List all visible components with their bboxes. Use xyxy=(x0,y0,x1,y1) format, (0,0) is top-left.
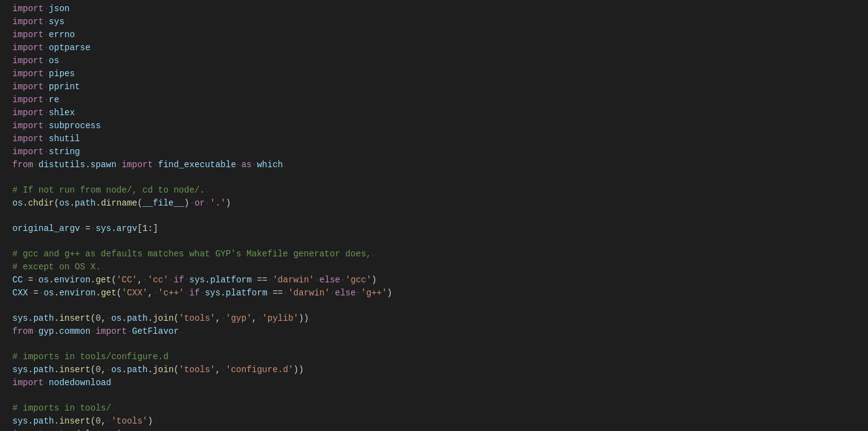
func-token: insert xyxy=(59,364,90,376)
code-line: import·optparse↵ xyxy=(0,41,868,54)
sp-token: · xyxy=(43,377,48,389)
string-token: 'configure.d' xyxy=(226,364,293,376)
plain-token: ( xyxy=(90,415,95,427)
line-ending: ↵ xyxy=(80,133,84,146)
code-line: sys.path.insert(0,·os.path.join('tools',… xyxy=(0,364,868,377)
kw-import-token: import xyxy=(12,377,43,389)
module-token: path xyxy=(127,312,148,324)
module-token: os xyxy=(111,312,122,324)
sp-token: · xyxy=(23,274,28,286)
kw-from-token: from xyxy=(12,159,33,171)
code-line: # imports in tools/configure.d↵ xyxy=(0,350,868,364)
plain-token: . xyxy=(111,222,116,235)
plain-token: , xyxy=(215,312,220,324)
sp-token: · xyxy=(200,287,205,299)
sp-token: · xyxy=(283,287,288,299)
kw-else-token: else xyxy=(319,274,341,286)
line-ending: ↵ xyxy=(179,326,183,338)
module-token: sys xyxy=(189,274,205,286)
code-line: import·sys↵ xyxy=(0,15,868,28)
plain-token: ) xyxy=(371,274,376,286)
variable-token: CXX xyxy=(12,287,28,299)
kw-as-token: as xyxy=(241,159,252,171)
number-token: 0 xyxy=(95,312,100,324)
sp-token: · xyxy=(340,274,345,286)
module-token: environ xyxy=(59,287,96,299)
sp-token: · xyxy=(314,274,319,286)
string-token: '.' xyxy=(210,197,225,209)
plain-token: , xyxy=(101,364,106,376)
plain-token: ( xyxy=(174,364,179,376)
code-line: # imports in tools/↵ xyxy=(0,402,868,415)
module-token: sys xyxy=(49,15,64,28)
module-token: json xyxy=(49,2,70,15)
number-token: 0 xyxy=(95,364,100,376)
func-token: get xyxy=(95,274,111,286)
sp-token: · xyxy=(90,325,95,337)
comment-token: # imports in tools/ xyxy=(12,402,111,414)
sp-token: · xyxy=(184,287,189,299)
string-token: 'tools' xyxy=(179,364,215,376)
code-line: import·json↵ xyxy=(0,2,868,15)
plain-token: . xyxy=(54,415,59,427)
sp-token: · xyxy=(267,287,272,299)
code-line: import·re↵ xyxy=(0,94,868,107)
plain-token: , xyxy=(148,287,153,299)
plain-token: = xyxy=(28,274,33,286)
module-token: sys xyxy=(12,312,28,324)
line-ending: ↵ xyxy=(69,3,74,15)
module-token: os xyxy=(12,197,23,209)
code-line: import·shutil↵ xyxy=(0,133,868,146)
variable-token: original_argv xyxy=(12,222,80,235)
plain-token: . xyxy=(23,197,28,209)
sp-token: · xyxy=(116,159,121,171)
func-token: chdir xyxy=(28,197,54,209)
module-token: os xyxy=(38,274,49,286)
sp-token: · xyxy=(43,107,48,119)
code-line: sys.path.insert(0,·os.path.join('tools',… xyxy=(0,312,868,325)
plain-token: . xyxy=(148,312,153,324)
plain-token: ) xyxy=(226,197,231,209)
plain-token: )) xyxy=(293,364,304,376)
plain-token: . xyxy=(54,312,59,324)
plain-token: ( xyxy=(54,197,59,209)
module-token: GetFlavor xyxy=(132,325,179,337)
code-line: # except on OS X.↵ xyxy=(0,261,868,274)
module-token: pipes xyxy=(49,67,75,80)
line-ending: ↵ xyxy=(158,223,162,235)
plain-token: . xyxy=(122,364,127,376)
kw-import-token: import xyxy=(12,107,43,119)
plain-token: [1:] xyxy=(137,222,158,235)
string-token: 'tools' xyxy=(111,415,148,427)
module-token: optparse xyxy=(49,41,90,54)
kw-import-token: import xyxy=(12,54,43,67)
sp-token: · xyxy=(184,274,189,286)
line-ending: ↵ xyxy=(376,274,381,287)
func-token: join xyxy=(153,364,174,376)
module-token: __file__ xyxy=(142,197,184,209)
plain-token: . xyxy=(122,312,127,324)
code-line: import·shlex↵ xyxy=(0,107,868,120)
line-ending: ↵ xyxy=(393,287,397,300)
kw-import-token: import xyxy=(12,428,43,431)
line-ending: ↵ xyxy=(64,16,69,28)
plain-token: . xyxy=(49,274,54,286)
kw-import-token: import xyxy=(12,2,43,15)
sp-token: · xyxy=(153,287,158,299)
sp-token: · xyxy=(142,274,147,286)
sp-token: · xyxy=(43,2,48,15)
func-token: insert xyxy=(59,415,90,427)
string-token: 'CC' xyxy=(116,274,137,286)
sp-token: · xyxy=(43,41,48,54)
sp-token: · xyxy=(43,81,48,93)
module-token: pprint xyxy=(49,81,80,93)
func-token: dirname xyxy=(101,197,137,209)
comment-token: # gcc and g++ as defaults matches what G… xyxy=(12,248,371,260)
code-line: import·errno↵ xyxy=(0,28,868,41)
line-ending: ↵ xyxy=(153,416,157,428)
line-ending: ↵ xyxy=(283,159,287,172)
kw-if-token: if xyxy=(189,287,200,299)
sp-token: · xyxy=(252,159,257,171)
plain-token: , xyxy=(252,312,257,324)
plain-token: = xyxy=(85,222,90,235)
